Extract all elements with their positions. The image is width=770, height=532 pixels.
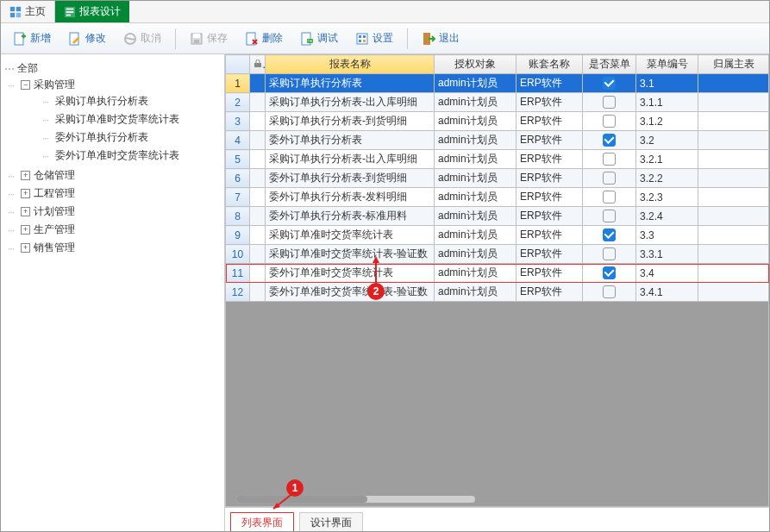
cell-is-menu[interactable] bbox=[583, 245, 636, 264]
tree-node[interactable]: +仓储管理 bbox=[8, 168, 221, 183]
debug-button[interactable]: OK 调试 bbox=[293, 28, 345, 49]
col-parent[interactable]: 归属主表 bbox=[698, 55, 769, 74]
checkbox-icon[interactable] bbox=[603, 115, 616, 128]
table-row[interactable]: 1采购订单执行分析表admin计划员ERP软件3.1 bbox=[226, 74, 769, 93]
cell-auth: admin计划员 bbox=[435, 112, 516, 131]
table-row[interactable]: 11委外订单准时交货率统计表admin计划员ERP软件3.4 bbox=[226, 264, 769, 283]
checkbox-icon[interactable] bbox=[603, 247, 616, 260]
cell-is-menu[interactable] bbox=[583, 264, 636, 283]
checkbox-icon[interactable] bbox=[603, 77, 616, 90]
tree-root[interactable]: ⋯ 全部 bbox=[4, 61, 221, 76]
cell-parent bbox=[698, 264, 769, 283]
cell-is-menu[interactable] bbox=[583, 207, 636, 226]
row-number: 5 bbox=[226, 150, 250, 169]
checkbox-icon[interactable] bbox=[603, 96, 616, 109]
cell-name[interactable]: 采购订单执行分析表-到货明细 bbox=[266, 112, 435, 131]
expand-icon[interactable]: + bbox=[21, 171, 30, 180]
cell-parent bbox=[698, 188, 769, 207]
table-row[interactable]: 8委外订单执行分析表-标准用料admin计划员ERP软件3.2.4 bbox=[226, 207, 769, 226]
tree-node[interactable]: +生产管理 bbox=[8, 222, 221, 237]
table-row[interactable]: 9采购订单准时交货率统计表admin计划员ERP软件3.3 bbox=[226, 226, 769, 245]
table-row[interactable]: 5采购订单执行分析表-出入库明细admin计划员ERP软件3.2.1 bbox=[226, 150, 769, 169]
table-row[interactable]: 10采购订单准时交货率统计表-验证数admin计划员ERP软件3.3.1 bbox=[226, 245, 769, 264]
cell-is-menu[interactable] bbox=[583, 283, 636, 302]
table-row[interactable]: 3采购订单执行分析表-到货明细admin计划员ERP软件3.1.2 bbox=[226, 112, 769, 131]
checkbox-icon[interactable] bbox=[603, 285, 616, 298]
settings-button[interactable]: 设置 bbox=[348, 28, 400, 49]
delete-button[interactable]: 删除 bbox=[238, 28, 290, 49]
new-button[interactable]: 新增 bbox=[6, 28, 58, 49]
table-row[interactable]: 12委外订单准时交货率统计表-验证数admin计划员ERP软件3.4.1 bbox=[226, 283, 769, 302]
edit-button[interactable]: 修改 bbox=[61, 28, 113, 49]
expand-icon[interactable]: + bbox=[21, 225, 30, 235]
tree-leaf[interactable]: 委外订单准时交货率统计表 bbox=[42, 148, 221, 163]
tree-leaf[interactable]: 采购订单准时交货率统计表 bbox=[42, 112, 221, 127]
checkbox-icon[interactable] bbox=[603, 191, 616, 203]
tree-leaf[interactable]: 采购订单执行分析表 bbox=[42, 94, 221, 109]
tab-list-view[interactable]: 列表界面 bbox=[230, 512, 294, 532]
checkbox-icon[interactable] bbox=[603, 153, 616, 166]
tree-leaf-label: 采购订单准时交货率统计表 bbox=[55, 112, 179, 127]
checkbox-icon[interactable] bbox=[603, 134, 616, 147]
col-account[interactable]: 账套名称 bbox=[516, 55, 583, 74]
col-menu-code[interactable]: 菜单编号 bbox=[636, 55, 698, 74]
col-report-name[interactable]: 报表名称 bbox=[266, 55, 435, 74]
cell-is-menu[interactable] bbox=[583, 169, 636, 188]
cell-name[interactable]: 委外订单准时交货率统计表-验证数 bbox=[266, 283, 435, 302]
exit-button[interactable]: 退出 bbox=[415, 28, 466, 49]
checkbox-icon[interactable] bbox=[603, 228, 616, 241]
tree-node[interactable]: +销售管理 bbox=[8, 241, 221, 255]
checkbox-icon[interactable] bbox=[603, 172, 616, 185]
expand-icon[interactable]: + bbox=[21, 243, 30, 253]
cell-name[interactable]: 委外订单准时交货率统计表 bbox=[266, 264, 435, 283]
row-number: 8 bbox=[226, 207, 250, 226]
cell-name[interactable]: 委外订单执行分析表 bbox=[266, 131, 435, 150]
table-row[interactable]: 6委外订单执行分析表-到货明细admin计划员ERP软件3.2.2 bbox=[226, 169, 769, 188]
row-number: 7 bbox=[226, 188, 250, 207]
home-icon bbox=[9, 6, 22, 18]
cell-name[interactable]: 采购订单执行分析表 bbox=[266, 74, 435, 93]
tree-leaf[interactable]: 委外订单执行分析表 bbox=[42, 130, 221, 145]
cell-name[interactable]: 采购订单准时交货率统计表-验证数 bbox=[266, 245, 435, 264]
tree-label: 采购管理 bbox=[34, 78, 75, 92]
lock-icon bbox=[254, 59, 262, 68]
tab-report-design[interactable]: 报表设计 bbox=[55, 1, 129, 22]
checkbox-icon[interactable] bbox=[603, 210, 616, 222]
col-lock[interactable] bbox=[250, 55, 266, 74]
cell-is-menu[interactable] bbox=[583, 226, 636, 245]
tree-node-procurement[interactable]: − 采购管理 bbox=[8, 78, 221, 92]
debug-label: 调试 bbox=[317, 31, 338, 46]
cell-is-menu[interactable] bbox=[583, 74, 636, 93]
svg-rect-11 bbox=[193, 34, 200, 38]
cell-is-menu[interactable] bbox=[583, 131, 636, 150]
row-lock-cell bbox=[250, 245, 266, 264]
table-row[interactable]: 4委外订单执行分析表admin计划员ERP软件3.2 bbox=[226, 131, 769, 150]
cell-is-menu[interactable] bbox=[583, 150, 636, 169]
cell-is-menu[interactable] bbox=[583, 93, 636, 112]
cell-code: 3.2.4 bbox=[636, 207, 698, 226]
cell-name[interactable]: 委外订单执行分析表-到货明细 bbox=[266, 169, 435, 188]
tab-design-view[interactable]: 设计界面 bbox=[299, 512, 363, 532]
report-grid[interactable]: 报表名称 授权对象 账套名称 是否菜单 菜单编号 归属主表 1采购订单执行分析表… bbox=[225, 54, 769, 302]
expand-icon[interactable]: + bbox=[21, 189, 30, 198]
cell-name[interactable]: 委外订单执行分析表-发料明细 bbox=[266, 188, 435, 207]
col-auth[interactable]: 授权对象 bbox=[435, 55, 516, 74]
expand-icon[interactable]: + bbox=[21, 207, 30, 216]
tree-node[interactable]: +工程管理 bbox=[8, 186, 221, 201]
cancel-button: 取消 bbox=[116, 28, 168, 49]
col-is-menu[interactable]: 是否菜单 bbox=[583, 55, 636, 74]
cell-name[interactable]: 采购订单准时交货率统计表 bbox=[266, 226, 435, 245]
checkbox-icon[interactable] bbox=[603, 266, 616, 279]
tree-node[interactable]: +计划管理 bbox=[8, 204, 221, 219]
cell-name[interactable]: 委外订单执行分析表-标准用料 bbox=[266, 207, 435, 226]
cell-auth: admin计划员 bbox=[435, 264, 516, 283]
cell-is-menu[interactable] bbox=[583, 112, 636, 131]
cell-name[interactable]: 采购订单执行分析表-出入库明细 bbox=[266, 150, 435, 169]
cell-is-menu[interactable] bbox=[583, 188, 636, 207]
collapse-icon[interactable]: − bbox=[21, 80, 30, 90]
cell-name[interactable]: 采购订单执行分析表-出入库明细 bbox=[266, 93, 435, 112]
table-row[interactable]: 7委外订单执行分析表-发料明细admin计划员ERP软件3.2.3 bbox=[226, 188, 769, 207]
tab-home[interactable]: 主页 bbox=[1, 1, 55, 22]
table-row[interactable]: 2采购订单执行分析表-出入库明细admin计划员ERP软件3.1.1 bbox=[226, 93, 769, 112]
col-rownum[interactable] bbox=[226, 55, 250, 74]
